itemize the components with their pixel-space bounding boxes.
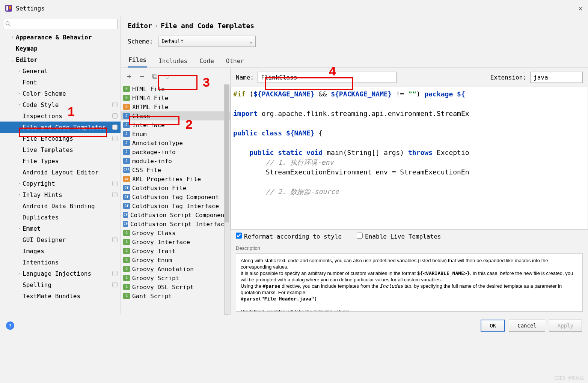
- svg-rect-0: [5, 5, 12, 12]
- scheme-select[interactable]: Default⌄: [158, 36, 256, 47]
- description-label: Description: [231, 243, 588, 252]
- undo-button[interactable]: ↺: [163, 72, 172, 81]
- template-item[interactable]: <>XML Properties File: [121, 174, 230, 183]
- tab-other[interactable]: Other: [225, 54, 245, 68]
- template-item[interactable]: GGroovy Trait: [121, 246, 230, 255]
- name-label: Name:: [236, 74, 254, 81]
- name-input[interactable]: [258, 72, 397, 83]
- template-item[interactable]: CfColdFusion Tag Interface: [121, 201, 230, 210]
- cancel-button[interactable]: Cancel: [509, 320, 545, 332]
- app-icon: [5, 5, 12, 12]
- template-item[interactable]: JInterface: [121, 120, 230, 129]
- sidebar-item[interactable]: TextMate Bundles: [0, 290, 121, 302]
- copy-button[interactable]: ⧉: [150, 72, 159, 81]
- scheme-label: Scheme:: [128, 38, 153, 45]
- svg-point-3: [6, 22, 9, 25]
- template-item[interactable]: CfColdFusion Script Component: [121, 210, 230, 219]
- template-item[interactable]: Jmodule-info: [121, 156, 230, 165]
- sidebar-item[interactable]: ⌄Editor: [0, 54, 121, 65]
- template-item[interactable]: JClass: [121, 111, 230, 120]
- extension-input[interactable]: [530, 72, 583, 83]
- template-item[interactable]: CfColdFusion Script Interface: [121, 219, 230, 228]
- svg-line-4: [9, 25, 10, 26]
- sidebar-item[interactable]: ›Inlay Hints: [0, 189, 121, 200]
- sidebar-item[interactable]: Android Data Binding: [0, 200, 121, 212]
- sidebar-item[interactable]: File and Code Templates: [0, 122, 121, 133]
- template-item[interactable]: GGroovy Enum: [121, 255, 230, 264]
- tab-files[interactable]: Files: [128, 53, 147, 68]
- sidebar-item[interactable]: ›General: [0, 65, 121, 77]
- sidebar-item[interactable]: Font: [0, 77, 121, 88]
- template-item[interactable]: Jpackage-info: [121, 147, 230, 156]
- help-button[interactable]: ?: [6, 321, 14, 330]
- breadcrumb: Editor›File and Code Templates: [121, 17, 588, 33]
- template-item[interactable]: GGant Script: [121, 291, 230, 300]
- ok-button[interactable]: OK: [481, 320, 505, 332]
- remove-button[interactable]: −: [137, 72, 146, 81]
- tab-code[interactable]: Code: [199, 54, 215, 68]
- sidebar-item[interactable]: File Types: [0, 155, 121, 167]
- search-icon: [5, 21, 11, 26]
- sidebar-item[interactable]: Intentions: [0, 257, 121, 268]
- sidebar-item[interactable]: ›Appearance & Behavior: [0, 32, 121, 43]
- enable-live-templates-checkbox[interactable]: Enable Live Templates: [357, 233, 441, 240]
- sidebar-item[interactable]: Inspections: [0, 110, 121, 122]
- template-list[interactable]: HHTML FileHHTML4 FileHXHTML FileJClassJI…: [121, 84, 230, 315]
- template-item[interactable]: HXHTML File: [121, 102, 230, 111]
- template-item[interactable]: GGroovy DSL Script: [121, 282, 230, 291]
- apply-button[interactable]: Apply: [549, 320, 582, 332]
- template-code-editor[interactable]: #if (${PACKAGE_NAME} && ${PACKAGE_NAME} …: [231, 87, 588, 230]
- tab-includes[interactable]: Includes: [158, 54, 188, 68]
- sidebar-item[interactable]: Spelling: [0, 279, 121, 290]
- watermark: CSDN @齐栋栋: [555, 375, 584, 381]
- template-item[interactable]: GGroovy Script: [121, 273, 230, 282]
- window-title: Settings: [16, 5, 45, 12]
- template-item[interactable]: JEnum: [121, 129, 230, 138]
- settings-tree[interactable]: ›Appearance & BehaviorKeymap⌄Editor›Gene…: [0, 32, 121, 315]
- sidebar-item[interactable]: Images: [0, 245, 121, 257]
- sidebar-item[interactable]: File Encodings: [0, 133, 121, 144]
- extension-label: Extension:: [490, 74, 526, 81]
- close-icon[interactable]: ✕: [578, 4, 583, 13]
- sidebar-item[interactable]: Duplicates: [0, 212, 121, 223]
- sidebar-item[interactable]: Android Layout Editor: [0, 167, 121, 178]
- template-item[interactable]: CSSCSS File: [121, 165, 230, 174]
- reformat-checkbox[interactable]: Reformat according to style: [236, 233, 342, 240]
- search-input[interactable]: [3, 19, 118, 29]
- sidebar-item[interactable]: Live Templates: [0, 144, 121, 155]
- template-item[interactable]: CfColdFusion Tag Component: [121, 192, 230, 201]
- tabs: FilesIncludesCodeOther: [121, 54, 588, 68]
- svg-rect-1: [6, 6, 8, 11]
- sidebar-item[interactable]: Keymap: [0, 43, 121, 54]
- description-box: Along with static text, code and comment…: [236, 253, 583, 312]
- scrollbar[interactable]: [224, 84, 229, 315]
- add-button[interactable]: +: [125, 72, 134, 81]
- sidebar-item[interactable]: GUI Designer: [0, 234, 121, 245]
- chevron-down-icon: ⌄: [249, 38, 252, 44]
- template-item[interactable]: HHTML File: [121, 84, 230, 93]
- sidebar-item[interactable]: ›Color Scheme: [0, 88, 121, 99]
- sidebar-item[interactable]: ›Language Injections: [0, 268, 121, 279]
- sidebar-item[interactable]: ›Copyright: [0, 178, 121, 189]
- sidebar-item[interactable]: ›Code Style: [0, 99, 121, 110]
- template-item[interactable]: GGroovy Interface: [121, 237, 230, 246]
- template-item[interactable]: GGroovy Annotation: [121, 264, 230, 273]
- sidebar-item[interactable]: ›Emmet: [0, 223, 121, 234]
- template-item[interactable]: HHTML4 File: [121, 93, 230, 102]
- template-item[interactable]: GGroovy Class: [121, 228, 230, 237]
- template-item[interactable]: CfColdFusion File: [121, 183, 230, 192]
- svg-rect-2: [9, 6, 11, 9]
- template-item[interactable]: JAnnotationType: [121, 138, 230, 147]
